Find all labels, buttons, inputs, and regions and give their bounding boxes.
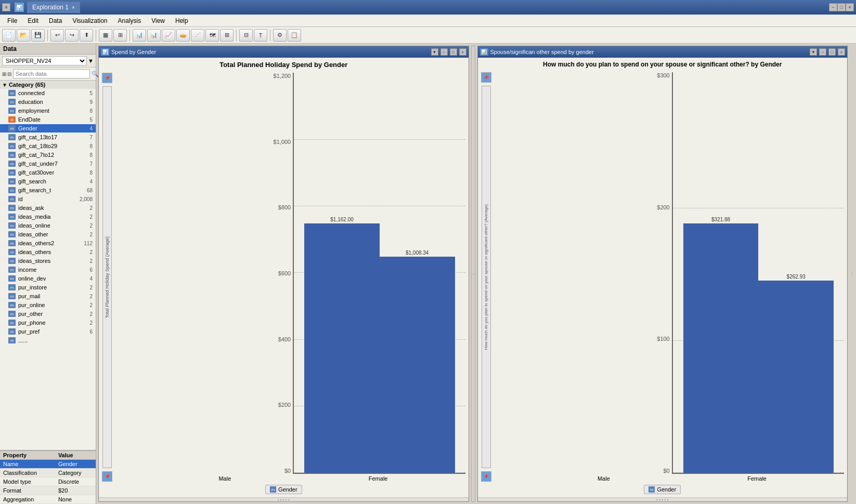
chart-scatter[interactable]: ⋰ [191,29,204,42]
chart-pie[interactable]: 🥧 [176,29,190,42]
close-button[interactable]: × [846,3,854,11]
chart-map[interactable]: 🗺 [205,29,219,42]
field-item-income[interactable]: m income 6 [0,266,96,274]
chart-axis-handle-2[interactable]: 📌 [481,471,491,482]
field-item-ideasonline[interactable]: m ideas_online 2 [0,221,96,230]
chart-bar[interactable]: 📊 [133,29,146,42]
chart-maximize-button-2[interactable]: □ [828,48,836,56]
field-item-ideasstores[interactable]: m ideas_stores 2 [0,257,96,266]
view1-button[interactable]: ▦ [99,29,112,42]
chart-more[interactable]: ⊞ [220,29,234,42]
legend-item-2[interactable]: m Gender [644,485,681,494]
field-item-giftsearcht[interactable]: m gift_search_t 68 [0,186,96,195]
system-menu-button[interactable]: ≡ [2,3,10,11]
chart-line[interactable]: 📈 [162,29,175,42]
field-item-purpref[interactable]: m pur_pref 6 [0,327,96,336]
chart-axis-icon-1[interactable]: 📌 [102,73,112,83]
field-group-header[interactable]: ▼ Category (65) [0,81,96,89]
field-item-ideasask[interactable]: m ideas_ask 2 [0,204,96,213]
open-button[interactable]: 📂 [17,29,30,42]
field-item-enddate[interactable]: d EndDate 5 [0,115,96,124]
field-item-purmail[interactable]: m pur_mail 2 [0,292,96,301]
right-edge-handle[interactable]: ⋮ [850,46,854,502]
bar-male-2[interactable] [683,223,759,473]
chart-close-button-1[interactable]: × [459,48,466,56]
exploration-tab[interactable]: Exploration 1 × [27,2,80,13]
legend-label-1: Gender [278,486,297,493]
data-expand-icon[interactable]: ⊞ [2,71,6,77]
field-item-ideasothers[interactable]: m ideas_others 2 [0,248,96,257]
report-button[interactable]: 📋 [288,29,301,42]
field-item-ideasothers2[interactable]: m ideas_others2 112 [0,239,96,248]
x-labels-1: Male Female [120,474,465,482]
redo-button[interactable]: ↪ [65,29,79,42]
chart-filter-button-1[interactable]: ▼ [431,48,438,56]
bar-male-1[interactable] [304,223,380,473]
undo-button[interactable]: ↩ [50,29,64,42]
chart-bottom-handle-1[interactable]: • • • • • [99,497,469,501]
field-item-gift30over[interactable]: m gift_cat30over 8 [0,168,96,177]
menu-visualization[interactable]: Visualization [67,16,112,25]
chart-y-axis-label-1[interactable]: Total Planned Holiday Spend (Average) [102,86,112,468]
export-button[interactable]: ⬆ [80,29,93,42]
field-item-ideasmedia[interactable]: m ideas_media 2 [0,213,96,221]
menu-edit[interactable]: Edit [22,16,44,25]
field-count-gender: 4 [89,126,93,131]
tab-close-button[interactable]: × [72,5,75,10]
field-item-employment[interactable]: m employment 8 [0,107,96,115]
field-count-gift18to29: 8 [89,143,93,149]
field-item-purother[interactable]: m pur_other 2 [0,310,96,319]
settings-button[interactable]: ⚙ [273,29,287,42]
field-item-education[interactable]: m education 9 [0,98,96,107]
chart-col[interactable]: 📊 [147,29,161,42]
bars-area-1: $1,162.00 $1,008.34 [294,73,465,473]
field-item-ideasother[interactable]: m ideas_other 2 [0,230,96,239]
maximize-button[interactable]: □ [837,3,846,11]
menu-view[interactable]: View [146,16,170,25]
field-item-giftsearch[interactable]: m gift_search 4 [0,177,96,186]
chart-maximize-button-1[interactable]: □ [450,48,457,56]
field-item-gift18to29[interactable]: m gift_cat_18to29 8 [0,142,96,151]
separator-1 [47,30,48,41]
field-item-purinstore[interactable]: m pur_instore 2 [0,283,96,292]
chart-axis-handle-1[interactable]: 📌 [102,471,112,482]
bar-female-2[interactable] [758,281,834,473]
field-item-giftunder7[interactable]: m gift_cat_under7 7 [0,160,96,168]
bar-female-1[interactable] [380,257,455,473]
field-item-onlinedev[interactable]: m online_dev 4 [0,274,96,283]
field-item-gift7to12[interactable]: m gift_cat_7to12 8 [0,151,96,160]
datasource-select[interactable]: SHOPPER_NV24 [2,56,87,65]
chart-axis-icon-2[interactable]: 📌 [481,72,491,83]
chart-y-axis-label-2[interactable]: How much do you plan to spend on your sp… [482,86,491,468]
menu-analysis[interactable]: Analysis [113,16,147,25]
new-button[interactable]: 📄 [2,29,16,42]
search-input[interactable] [13,69,90,78]
chart-titlebar-2: 📊 Spouse/significan other spend by gende… [478,46,848,58]
text-button[interactable]: T [254,29,267,42]
legend-item-1[interactable]: m Gender [265,485,302,494]
field-item-id[interactable]: m id 2,008 [0,195,96,204]
field-item-purphone[interactable]: m pur_phone 2 [0,319,96,327]
menu-data[interactable]: Data [44,16,67,25]
chart-bottom-handle-2[interactable]: • • • • • [478,497,848,501]
chart-minimize-button-2[interactable]: − [819,48,826,56]
datasource-filter-icon[interactable]: ▼ [88,58,94,64]
view2-button[interactable]: ⊞ [113,29,127,42]
save-button[interactable]: 💾 [31,29,45,42]
chart-close-button-2[interactable]: × [838,48,845,56]
data-collapse-icon[interactable]: ⊟ [7,71,11,77]
chart-minimize-button-1[interactable]: − [440,48,448,56]
field-item-more[interactable]: m ...... [0,336,96,345]
chart-filter-button-2[interactable]: ▼ [810,48,817,56]
field-item-puronline[interactable]: m pur_online 2 [0,301,96,310]
menu-help[interactable]: Help [170,16,193,25]
chart-resize-handle[interactable]: ⋮ [471,46,475,502]
table-button[interactable]: ⊟ [239,29,253,42]
field-item-gift13to17[interactable]: m gift_cat_13to17 7 [0,133,96,142]
field-item-gender[interactable]: m Gender 4 [0,124,96,133]
field-item-connected[interactable]: m connected 5 [0,89,96,98]
minimize-button[interactable]: − [829,3,837,11]
field-count-ideasstores: 2 [89,258,93,264]
prop-row-aggregation: Aggregation None [0,495,96,504]
menu-file[interactable]: File [2,16,22,25]
